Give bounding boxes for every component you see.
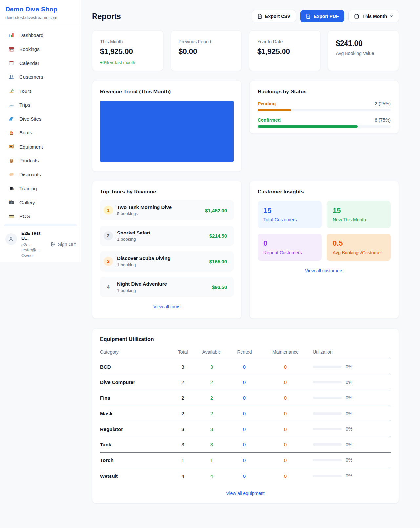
tour-name: Night Dive Adventure <box>117 281 167 287</box>
export-csv-label: Export CSV <box>265 14 290 19</box>
stat-delta: +0% vs last month <box>100 60 155 65</box>
sidebar: Demo Dive Shop demo.test.divestreams.com… <box>0 0 81 262</box>
col-available: Available <box>195 349 228 355</box>
tour-bookings: 1 booking <box>117 237 150 242</box>
page-title: Reports <box>92 12 121 21</box>
sidebar-item-training[interactable]: Training <box>4 182 77 196</box>
tour-revenue: $214.50 <box>209 233 227 239</box>
bar-chart-icon <box>9 32 14 38</box>
tile-repeat-customers: 0 Repeat Customers <box>258 234 322 261</box>
stat-card-previous-period: Previous Period $0.00 <box>171 30 242 71</box>
main-content: Reports Export CSV Export PDF This Month… <box>81 0 399 503</box>
top-tours-card: Top Tours by Revenue 1 Two Tank Morning … <box>92 181 242 319</box>
page-header: Reports Export CSV Export PDF This Month <box>92 10 399 22</box>
rank-badge: 3 <box>104 257 113 266</box>
list-item: 4 Night Dive Adventure 1 booking $93.50 <box>100 277 234 297</box>
sidebar-item-label: Calendar <box>19 60 39 66</box>
view-all-customers-link[interactable]: View all customers <box>258 268 391 273</box>
export-csv-button[interactable]: Export CSV <box>252 10 296 22</box>
utilization-bar <box>313 381 342 383</box>
col-utilization: Utilization <box>310 349 391 355</box>
calendar-17-icon: 17 <box>9 46 14 52</box>
stat-label: This Month <box>100 39 155 44</box>
sidebar-item-calendar[interactable]: Calendar <box>4 56 77 70</box>
col-category: Category <box>100 349 171 355</box>
utilization-bar <box>313 443 342 446</box>
utilization-bar <box>313 412 342 415</box>
progress-fill <box>258 125 358 128</box>
progress-fill <box>258 109 291 111</box>
tour-name: Discover Scuba Diving <box>117 255 171 261</box>
tour-name: Snorkel Safari <box>117 230 150 235</box>
progress-track <box>258 109 391 111</box>
card-title: Bookings by Status <box>258 89 391 95</box>
list-item: 2 Snorkel Safari 1 booking $214.50 <box>100 226 234 246</box>
user-info: E2E Test U... e2e-tester@... Owner <box>21 231 46 258</box>
export-pdf-button[interactable]: Export PDF <box>300 10 344 22</box>
tour-bookings: 1 booking <box>117 288 167 293</box>
tile-value: 0.5 <box>333 239 385 248</box>
status-label: Pending <box>258 101 276 106</box>
customer-insights-card: Customer Insights 15 Total Customers 15 … <box>249 181 399 319</box>
tile-new-this-month: 15 New This Month <box>327 201 391 228</box>
col-maintenance: Maintenance <box>261 349 310 355</box>
status-row-confirmed: Confirmed 6 (75%) <box>258 117 391 128</box>
status-row-pending: Pending 2 (25%) <box>258 101 391 111</box>
sidebar-item-trips[interactable]: Trips <box>4 98 77 112</box>
tile-label: Total Customers <box>263 217 316 222</box>
stat-label: Avg Booking Value <box>336 51 391 56</box>
credit-card-icon <box>9 213 14 219</box>
table-row: Fins 2 2 0 0 0% <box>100 390 391 406</box>
sidebar-item-dive-sites[interactable]: Dive Sites <box>4 112 77 126</box>
svg-text:17: 17 <box>10 49 13 51</box>
period-label: This Month <box>362 14 387 19</box>
sidebar-item-boats[interactable]: Boats <box>4 126 77 140</box>
sidebar-item-gallery[interactable]: Gallery <box>4 195 77 210</box>
sidebar-item-dashboard[interactable]: Dashboard <box>4 28 77 42</box>
sidebar-item-equipment[interactable]: Equipment <box>4 140 77 154</box>
sidebar-item-discounts[interactable]: Discounts <box>4 168 77 182</box>
table-row: Torch 1 1 0 0 0% <box>100 453 391 468</box>
tile-label: Avg Bookings/Customer <box>333 250 385 255</box>
revenue-bar <box>100 101 234 162</box>
brand-name: Demo Dive Shop <box>5 6 76 13</box>
sign-out-button[interactable]: Sign Out <box>51 242 76 247</box>
person-icon <box>8 236 14 242</box>
sidebar-item-label: Dive Sites <box>19 116 42 122</box>
sidebar-item-pos[interactable]: POS <box>4 210 77 224</box>
export-pdf-label: Export PDF <box>314 14 339 19</box>
table-row: Mask 2 2 0 0 0% <box>100 406 391 422</box>
sidebar-item-label: Bookings <box>19 46 40 52</box>
sidebar-item-label: Discounts <box>19 172 41 177</box>
status-label: Confirmed <box>258 117 281 123</box>
tour-revenue: $93.50 <box>212 284 227 290</box>
stat-value: $241.00 <box>336 39 391 48</box>
sidebar-item-products[interactable]: Products <box>4 154 77 168</box>
card-title: Top Tours by Revenue <box>100 189 234 195</box>
card-title: Revenue Trend (This Month) <box>100 89 234 95</box>
stat-cards: This Month $1,925.00 +0% vs last month P… <box>92 30 399 71</box>
stat-value: $0.00 <box>179 47 234 56</box>
tag-icon <box>9 172 14 177</box>
sidebar-item-tours[interactable]: Tours <box>4 84 77 98</box>
period-dropdown[interactable]: This Month <box>348 10 399 22</box>
sidebar-item-bookings[interactable]: 17 Bookings <box>4 42 77 56</box>
stat-value: $1,925.00 <box>257 47 312 56</box>
table-row: BCD 3 3 0 0 0% <box>100 359 391 375</box>
status-value: 2 (25%) <box>375 101 391 106</box>
tile-value: 0 <box>263 239 316 248</box>
sidebar-nav: Dashboard 17 Bookings Calendar Customers… <box>0 25 81 226</box>
utilization-bar <box>313 366 342 368</box>
list-item: 3 Discover Scuba Diving 1 booking $165.0… <box>100 251 234 272</box>
sidebar-item-reports-partial[interactable] <box>4 224 77 226</box>
tile-total-customers: 15 Total Customers <box>258 201 322 228</box>
tour-revenue: $165.00 <box>209 259 227 264</box>
view-all-tours-link[interactable]: View all tours <box>100 304 234 309</box>
sign-out-icon <box>51 242 56 247</box>
sidebar-item-label: Dashboard <box>19 32 43 38</box>
view-all-equipment-link[interactable]: View all equipment <box>100 491 391 496</box>
utilization-bar <box>313 428 342 430</box>
sailboat-icon <box>9 130 14 136</box>
graduation-cap-icon <box>9 186 14 192</box>
sidebar-item-customers[interactable]: Customers <box>4 70 77 84</box>
